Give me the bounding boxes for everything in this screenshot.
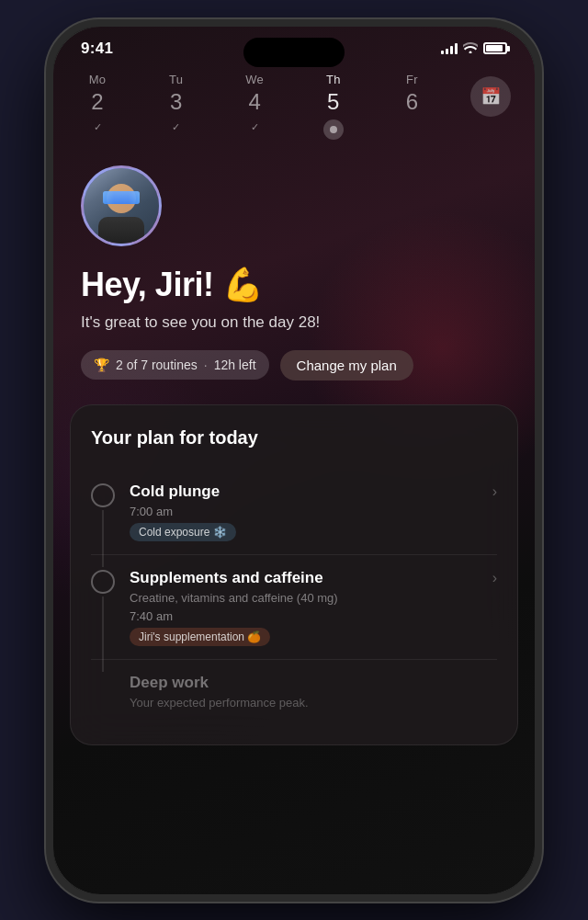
status-icons bbox=[441, 41, 507, 56]
supplements-chevron: › bbox=[492, 570, 497, 586]
supplements-time: 7:40 am bbox=[130, 609, 478, 623]
plan-item-cold-plunge[interactable]: Cold plunge 7:00 am Cold exposure ❄️ › bbox=[91, 469, 497, 555]
plan-card-title: Your plan for today bbox=[91, 427, 497, 449]
avatar-section bbox=[53, 140, 535, 246]
wednesday-check bbox=[246, 119, 263, 136]
calendar-button[interactable]: 📅 bbox=[470, 76, 511, 117]
cold-plunge-chevron: › bbox=[492, 483, 497, 500]
avatar bbox=[81, 165, 162, 246]
stats-bar: 🏆 2 of 7 routines · 12h left Change my p… bbox=[53, 334, 535, 380]
phone-body: 9:41 bbox=[46, 19, 542, 902]
supplements-title: Supplements and caffeine bbox=[130, 568, 478, 588]
day-thursday[interactable]: Th 5 bbox=[313, 73, 354, 140]
supplements-tag: Jiri's supplementation 🍊 bbox=[130, 628, 270, 646]
week-navigation[interactable]: Mo 2 Tu 3 We 4 Th bbox=[53, 58, 535, 140]
battery-icon bbox=[483, 42, 507, 54]
day-wednesday[interactable]: We 4 bbox=[234, 73, 275, 136]
plan-item-supplements[interactable]: Supplements and caffeine Creatine, vitam… bbox=[91, 555, 497, 660]
routines-count: 2 of 7 routines bbox=[116, 358, 198, 372]
friday-dot bbox=[403, 119, 420, 136]
routines-badge: 🏆 2 of 7 routines · 12h left bbox=[81, 350, 269, 380]
day-monday[interactable]: Mo 2 bbox=[77, 73, 118, 136]
plan-item-deep-work[interactable]: Deep work Your expected performance peak… bbox=[91, 660, 497, 722]
plan-card: Your plan for today Cold plunge 7:00 am … bbox=[70, 404, 518, 745]
dynamic-island bbox=[243, 38, 345, 67]
greeting-subtitle: It's great to see you on the day 28! bbox=[81, 312, 507, 334]
screen: 9:41 bbox=[53, 27, 535, 894]
greeting-section: Hey, Jiri! 💪 It's great to see you on th… bbox=[53, 246, 535, 334]
cold-plunge-time: 7:00 am bbox=[130, 505, 478, 518]
change-plan-button[interactable]: Change my plan bbox=[280, 350, 413, 380]
signal-icon bbox=[441, 43, 458, 54]
cold-plunge-checkbox[interactable] bbox=[91, 483, 115, 507]
day-tuesday[interactable]: Tu 3 bbox=[156, 73, 197, 136]
time-left: 12h left bbox=[214, 358, 256, 372]
trophy-icon: 🏆 bbox=[94, 358, 109, 372]
deep-work-subtitle: Your expected performance peak. bbox=[130, 696, 497, 710]
day-friday[interactable]: Fr 6 bbox=[391, 73, 432, 136]
supplements-checkbox[interactable] bbox=[91, 570, 115, 594]
cold-plunge-tag: Cold exposure ❄️ bbox=[130, 523, 236, 541]
greeting-title: Hey, Jiri! 💪 bbox=[81, 267, 507, 303]
monday-check bbox=[89, 119, 106, 136]
phone-frame: 9:41 bbox=[0, 0, 588, 920]
status-time: 9:41 bbox=[81, 40, 113, 58]
calendar-icon: 📅 bbox=[481, 86, 501, 107]
thursday-dot bbox=[323, 119, 344, 140]
wifi-icon bbox=[463, 41, 478, 56]
cold-plunge-title: Cold plunge bbox=[130, 482, 478, 502]
deep-work-title: Deep work bbox=[130, 673, 497, 693]
tuesday-check bbox=[168, 119, 185, 136]
supplements-subtitle: Creatine, vitamins and caffeine (40 mg) bbox=[130, 591, 478, 607]
